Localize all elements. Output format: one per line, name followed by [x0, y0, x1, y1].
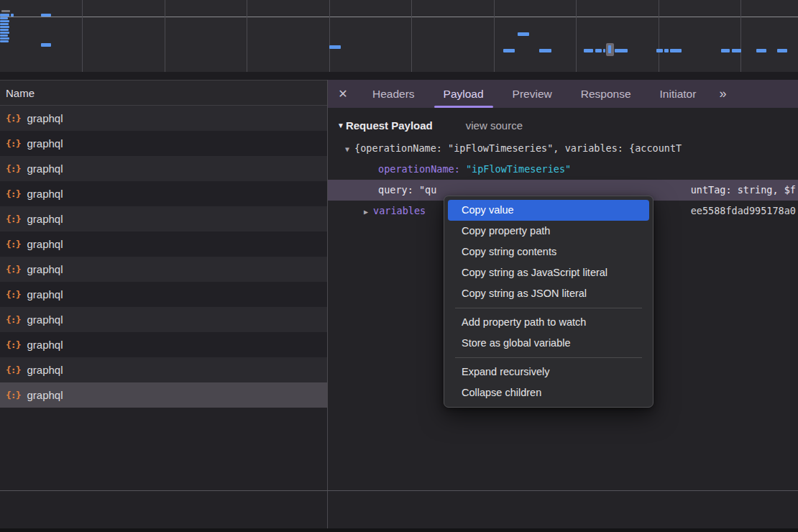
json-braces-icon: {:} — [6, 188, 20, 199]
json-braces-icon: {:} — [6, 163, 20, 174]
menu-item-copy-string-as-json-literal[interactable]: Copy string as JSON literal — [448, 283, 649, 304]
tree-root-row[interactable]: ▼{operationName: "ipFlowTimeseries", var… — [328, 138, 798, 159]
menu-item-copy-string-contents[interactable]: Copy string contents — [448, 242, 649, 262]
request-row[interactable]: {:}graphql — [0, 357, 327, 382]
waterfall-bar — [0, 32, 9, 34]
request-row[interactable]: {:}graphql — [0, 156, 327, 181]
overview-gridline — [82, 0, 83, 72]
tab-payload[interactable]: Payload — [429, 80, 498, 108]
menu-item-copy-value[interactable]: Copy value — [448, 200, 649, 221]
property-value: "ipFlowTimeseries" — [466, 163, 571, 175]
tab-response[interactable]: Response — [567, 80, 646, 108]
waterfall-bar — [0, 35, 8, 37]
overview-gridline — [494, 0, 495, 72]
menu-item-add-property-path-to-watch[interactable]: Add property path to watch — [448, 312, 649, 333]
details-tabs: HeadersPayloadPreviewResponseInitiator — [358, 80, 710, 108]
overview-gridline — [740, 0, 741, 72]
chevron-right-icon[interactable]: ▶ — [364, 208, 368, 216]
summary-bar-divider — [0, 490, 798, 491]
json-braces-icon: {:} — [6, 113, 20, 124]
request-row[interactable]: {:}graphql — [0, 382, 327, 408]
waterfall-bar — [0, 40, 9, 42]
waterfall-bar — [11, 14, 14, 17]
context-menu: Copy valueCopy property pathCopy string … — [444, 196, 653, 408]
property-value-clipped-end: untTag: string, $f — [691, 180, 796, 201]
waterfall-bar — [777, 49, 787, 52]
overview-bottom-band — [0, 72, 798, 80]
waterfall-bar — [518, 32, 529, 36]
overview-lane-divider — [0, 17, 798, 17]
request-row[interactable]: {:}graphql — [0, 131, 327, 156]
more-tabs-icon[interactable]: » — [710, 80, 733, 108]
waterfall-bar — [0, 20, 9, 22]
waterfall-bar — [721, 49, 730, 52]
details-tabs-bar: ✕ HeadersPayloadPreviewResponseInitiator… — [328, 80, 798, 108]
request-name: graphql — [27, 389, 63, 401]
section-expand-icon[interactable]: ▼ — [337, 121, 344, 129]
json-braces-icon: {:} — [6, 264, 20, 275]
waterfall-bar — [0, 29, 9, 31]
json-braces-icon: {:} — [6, 339, 20, 350]
section-title: Request Payload — [346, 119, 433, 132]
tree-row-operation-name[interactable]: operationName: "ipFlowTimeseries" — [328, 159, 798, 180]
waterfall-bar — [595, 49, 602, 52]
request-row[interactable]: {:}graphql — [0, 332, 327, 357]
overview-gridline — [659, 0, 659, 72]
waterfall-bar — [0, 37, 9, 40]
request-name: graphql — [27, 364, 63, 376]
waterfall-bar — [503, 49, 515, 52]
request-row[interactable]: {:}graphql — [0, 231, 327, 257]
waterfall-bar — [615, 49, 628, 52]
menu-item-copy-string-as-javascript-literal[interactable]: Copy string as JavaScript literal — [448, 262, 649, 283]
network-overview-strip[interactable] — [0, 0, 798, 80]
waterfall-bar — [664, 49, 669, 52]
overview-selected-marker — [606, 43, 614, 56]
waterfall-bar — [756, 49, 766, 52]
waterfall-bar — [732, 49, 741, 52]
request-name: graphql — [27, 162, 63, 175]
request-payload-section-header: ▼ Request Payload view source — [328, 112, 798, 138]
waterfall-bar — [0, 26, 9, 28]
request-row[interactable]: {:}graphql — [0, 257, 327, 282]
overview-gridline — [247, 0, 247, 72]
request-name: graphql — [27, 263, 63, 275]
request-name: graphql — [27, 288, 63, 301]
overview-gridline — [411, 0, 412, 72]
menu-item-collapse-children[interactable]: Collapse children — [448, 382, 649, 403]
request-name: graphql — [27, 188, 63, 200]
json-braces-icon: {:} — [6, 239, 20, 249]
menu-item-store-as-global-variable[interactable]: Store as global variable — [448, 333, 649, 354]
chevron-down-icon[interactable]: ▼ — [345, 145, 349, 153]
waterfall-bar — [329, 45, 341, 49]
waterfall-bar — [584, 49, 593, 52]
request-row[interactable]: {:}graphql — [0, 181, 327, 206]
menu-item-copy-property-path[interactable]: Copy property path — [448, 221, 649, 242]
request-name: graphql — [27, 213, 63, 225]
column-header-name[interactable]: Name — [0, 80, 327, 106]
close-icon[interactable]: ✕ — [328, 80, 358, 108]
request-row[interactable]: {:}graphql — [0, 106, 327, 131]
menu-separator — [455, 308, 642, 308]
tab-initiator[interactable]: Initiator — [646, 80, 711, 108]
waterfall-bar — [0, 23, 9, 25]
json-braces-icon: {:} — [6, 214, 20, 224]
request-name: graphql — [27, 313, 63, 326]
request-list-panel: Name {:}graphql{:}graphql{:}graphql{:}gr… — [0, 80, 327, 532]
variables-preview-clipped-end: ee5588fdad995178a0 — [691, 201, 796, 221]
request-row[interactable]: {:}graphql — [0, 307, 327, 332]
tab-preview[interactable]: Preview — [498, 80, 567, 108]
request-row[interactable]: {:}graphql — [0, 282, 327, 307]
view-source-link[interactable]: view source — [466, 119, 523, 132]
request-row[interactable]: {:}graphql — [0, 206, 327, 231]
menu-separator — [455, 357, 642, 358]
waterfall-bar — [0, 14, 9, 17]
waterfall-bar — [41, 14, 51, 17]
waterfall-bar — [539, 49, 551, 52]
property-name: variables — [373, 205, 426, 216]
overview-gridline — [329, 0, 330, 72]
request-name: graphql — [27, 238, 63, 250]
waterfall-bar — [656, 49, 663, 52]
tab-headers[interactable]: Headers — [358, 80, 429, 108]
json-braces-icon: {:} — [6, 314, 20, 325]
menu-item-expand-recursively[interactable]: Expand recursively — [448, 362, 649, 382]
